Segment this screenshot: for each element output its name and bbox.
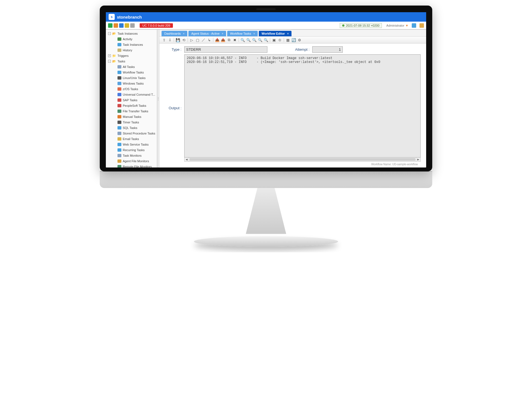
module-icon[interactable] [125,23,129,28]
tree-item[interactable]: Agent File Monitors [107,158,157,164]
task-type-icon [117,159,121,163]
link-icon[interactable]: ／ [201,37,206,42]
build-badge: UC 7.0.0.0 build 209 [140,23,173,28]
save-icon[interactable]: 💾 [175,37,180,42]
task-type-icon [117,154,121,157]
tree-item[interactable]: Linux/Unix Tasks [107,75,157,81]
tree-node-triggers[interactable]: + 📁 Triggers [107,53,157,59]
tab[interactable]: Workflow Tasks× [227,31,258,36]
type-input[interactable] [184,46,267,53]
attempt-label: Attempt : [295,47,310,52]
zoom-fit-icon[interactable]: 🔍 [258,37,263,42]
layout-icon[interactable] [412,23,416,28]
tree-item[interactable]: Recurring Tasks [107,147,157,153]
tree-item[interactable]: Stored Procedure Tasks [107,131,157,136]
tree-item-activity[interactable]: Activity [107,36,157,42]
task-type-icon [117,82,121,85]
export-icon[interactable]: 📤 [221,37,226,42]
footer-note: Workflow Name: UD-sample-workflow [165,162,421,166]
task-icon [117,43,121,46]
tab[interactable]: Agent Status - Active× [188,31,226,36]
module-icon[interactable] [114,23,118,28]
logo-icon: s [109,14,115,20]
task-type-icon [117,165,121,167]
collapse-icon[interactable]: − [108,32,111,35]
help-icon[interactable] [420,23,424,28]
tree-item[interactable]: Windows Tasks [107,81,157,86]
folder-icon: 📁 [112,54,116,58]
main-panel: Dashboards×Agent Status - Active×Workflo… [159,30,426,167]
tree-item[interactable]: Web Service Tasks [107,142,157,147]
tree-node-task-instances[interactable]: − 📂 Task Instances [107,31,157,36]
tree-item[interactable]: File Transfer Tasks [107,108,157,114]
close-icon[interactable]: × [183,32,185,35]
module-icon[interactable] [119,23,124,28]
tree-item-history[interactable]: History [107,47,157,53]
output-textarea[interactable]: 2020-06-16 10:19:46,557 - INFO - Build D… [184,54,421,157]
delete-icon[interactable]: ✖ [232,37,237,42]
task-type-icon [117,104,121,107]
tree-item[interactable]: Timer Tasks [107,120,157,125]
activity-icon [117,37,121,41]
rewind-icon[interactable]: ⟲ [181,37,186,42]
tree-item-task-instances[interactable]: Task Instances [107,42,157,47]
task-type-icon [117,126,121,129]
clone-icon[interactable]: ⧉ [226,37,231,42]
tree-item[interactable]: Workflow Tasks [107,70,157,75]
close-icon[interactable]: × [287,32,289,35]
tab-bar: Dashboards×Agent Status - Active×Workflo… [159,30,426,36]
connector-icon[interactable]: ↳ [207,37,212,42]
zoom-in-icon[interactable]: 🔍 [240,37,245,42]
tree-item[interactable]: SQL Tasks [107,125,157,131]
hierarchy-icon[interactable]: ♔ [277,37,282,42]
tree-item[interactable]: All Tasks [107,64,157,70]
tree-item[interactable]: Manual Tasks [107,114,157,120]
tree-item[interactable]: PeopleSoft Tasks [107,103,157,108]
grid-icon[interactable]: ▦ [285,37,290,42]
scrollbar-thumb[interactable] [190,158,415,161]
close-icon[interactable]: × [222,32,223,35]
forward-icon[interactable]: ⇩ [167,37,172,42]
tree-node-tasks[interactable]: − 📂 Tasks [107,59,157,64]
zoom-out-icon[interactable]: 🔍 [246,37,251,42]
node-icon[interactable]: ▢ [195,37,200,42]
branch-icon[interactable]: ▷ [189,37,194,42]
tree-item[interactable]: Universal Command T... [107,92,157,97]
task-type-icon [117,76,121,80]
module-icon[interactable] [108,23,112,28]
datetime-label: 2021-07-08 15:32 +0200 [346,24,380,27]
task-type-icon [117,98,121,102]
task-type-icon [117,65,121,68]
tree-item[interactable]: SAP Tasks [107,97,157,103]
settings-icon[interactable]: ⚙ [297,37,302,42]
refresh-icon[interactable]: 🔄 [291,37,296,42]
gear-icon[interactable] [130,23,135,28]
task-type-icon [117,132,121,135]
window-icon[interactable]: ▣ [272,37,277,42]
zoom-region-icon[interactable]: 🔍 [264,37,268,42]
tree-item[interactable]: Remote File Monitors [107,164,157,167]
meta-bar: UC 7.0.0.0 build 209 2021-07-08 15:32 +0… [106,22,426,29]
zoom-reset-icon[interactable]: 🔍 [252,37,257,42]
tree-item[interactable]: Task Monitors [107,153,157,158]
output-label: Output : [165,106,181,110]
tree-item[interactable]: Email Tasks [107,136,157,142]
expand-icon[interactable]: + [108,54,111,57]
task-type-icon [117,143,121,146]
task-type-icon [117,93,121,96]
tree-item[interactable]: z/OS Tasks [107,86,157,92]
import-icon[interactable]: 📥 [215,37,220,42]
back-icon[interactable]: ⇧ [162,37,167,42]
scroll-left-icon[interactable]: ◀ [185,157,189,161]
user-menu[interactable]: Administrator ▼ [386,24,408,27]
attempt-input[interactable] [312,46,343,53]
collapse-icon[interactable]: − [108,60,111,63]
splitter-handle[interactable] [157,30,159,167]
scroll-right-icon[interactable]: ▶ [416,157,420,161]
tab[interactable]: Dashboards× [162,31,187,36]
content-panel: Type : Attempt : Output : 2020-06-16 10:… [159,44,426,167]
tab[interactable]: Workflow Editor× [259,31,291,36]
horizontal-scrollbar[interactable]: ◀ ▶ [184,157,421,162]
close-icon[interactable]: × [253,32,255,35]
folder-open-icon: 📂 [112,31,116,36]
